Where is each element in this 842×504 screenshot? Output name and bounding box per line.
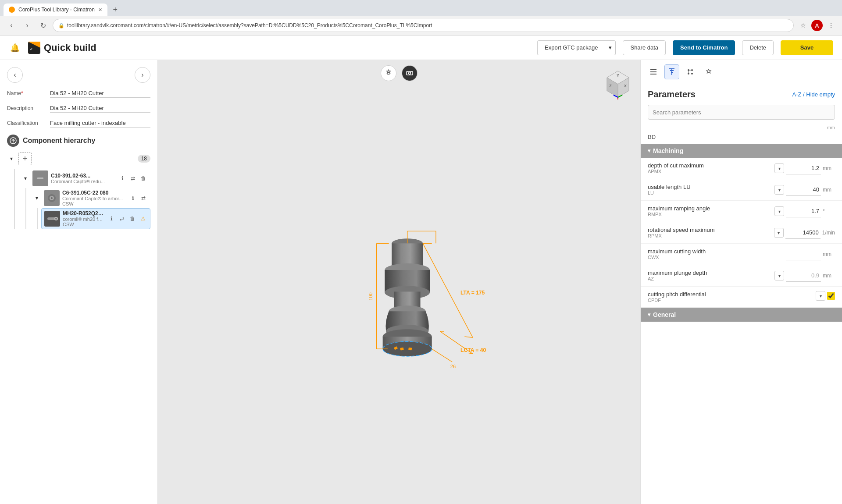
az-link[interactable]: A-Z — [792, 91, 801, 98]
component-delete-button[interactable]: 🗑 — [128, 214, 137, 223]
share-data-button[interactable]: Share data — [623, 40, 666, 55]
param-control: ▾ ° — [774, 205, 835, 217]
settings-params-button[interactable] — [701, 64, 716, 79]
browser-tab[interactable]: CoroPlus Tool Library - Cimatron ✕ — [4, 4, 107, 16]
param-dropdown-button[interactable]: ▾ — [774, 271, 784, 280]
node-view-button[interactable] — [683, 64, 698, 79]
description-value[interactable]: Dia 52 - MH20 Cutter — [50, 105, 150, 113]
component-warning-button[interactable]: ⚠ — [139, 214, 147, 223]
notification-button[interactable]: 🔔 — [9, 42, 21, 54]
component-info-button[interactable]: ℹ — [107, 214, 116, 223]
hierarchy-collapse-button[interactable]: ▾ — [7, 154, 16, 163]
component-thumbnail — [32, 170, 48, 186]
param-dropdown-button[interactable]: ▾ — [816, 291, 825, 301]
name-value[interactable]: Dia 52 - MH20 Cutter — [50, 90, 150, 98]
menu-button[interactable]: ⋮ — [825, 20, 837, 31]
component-name: MH20-R052Q22... — [63, 210, 104, 217]
next-button[interactable]: › — [135, 67, 150, 83]
export-gtc-button[interactable]: Export GTC package — [537, 40, 605, 55]
bd-row: BD — [641, 132, 842, 142]
classification-field-row: Classification Face milling cutter - ind… — [7, 120, 150, 128]
params-sort-options: A-Z / Hide empty — [792, 91, 835, 98]
classification-label: Classification — [7, 120, 46, 126]
param-dropdown-button[interactable]: ▾ — [774, 206, 784, 216]
component-item: ▾ C6-391.05C-22 080 Coromant Capto® to a… — [25, 188, 150, 229]
component-name: C6-391.05C-22 080 — [62, 190, 126, 196]
browser-chrome: CoroPlus Tool Library - Cimatron ✕ + ‹ ›… — [0, 0, 842, 35]
hide-empty-link[interactable]: Hide empty — [806, 91, 835, 98]
svg-rect-62 — [650, 71, 656, 72]
machining-label: Machining — [653, 147, 683, 154]
classification-value[interactable]: Face milling cutter - indexable — [50, 120, 150, 128]
svg-text:Z: Z — [609, 84, 612, 88]
svg-point-70 — [688, 73, 689, 75]
profile-button[interactable]: A — [811, 20, 823, 31]
search-input[interactable] — [648, 105, 835, 120]
param-value-input[interactable] — [786, 162, 821, 174]
url-text: toollibrary.sandvik.coromant.com/cimatro… — [67, 22, 788, 28]
component-row[interactable]: ▾ C6-391.05C-22 080 Coromant Capto® to a… — [30, 188, 150, 208]
view-tool-button[interactable] — [402, 65, 417, 81]
forward-button[interactable]: › — [21, 19, 33, 32]
address-box[interactable]: 🔒 toollibrary.sandvik.coromant.com/cimat… — [53, 19, 794, 32]
param-value-input[interactable] — [786, 270, 821, 282]
param-name: maximum cutting width — [648, 248, 782, 255]
param-row: maximum cutting width CWX mm — [641, 244, 842, 265]
svg-point-71 — [691, 73, 693, 75]
svg-rect-63 — [650, 74, 656, 75]
param-dropdown-button[interactable]: ▾ — [774, 163, 784, 173]
component-row[interactable]: ▾ C10-391.02-63... Coromant Capto® redu.… — [18, 169, 150, 188]
settings-tool-button[interactable] — [381, 65, 396, 81]
param-control: ▾ 1/min — [774, 227, 835, 239]
param-name: cutting pitch differential — [648, 291, 812, 298]
prev-button[interactable]: ‹ — [7, 67, 23, 83]
tab-bar: CoroPlus Tool Library - Cimatron ✕ + — [0, 0, 842, 16]
save-button[interactable]: Save — [781, 40, 833, 55]
add-component-button[interactable]: + — [18, 152, 32, 165]
component-expand-button[interactable]: ▾ — [32, 194, 41, 202]
component-count: 18 — [138, 155, 150, 163]
param-label-col: rotational speed maximum RPMX — [648, 227, 771, 238]
svg-text:LTA = 175: LTA = 175 — [460, 290, 485, 296]
app-title: Quick build — [44, 42, 96, 53]
back-button[interactable]: ‹ — [5, 19, 18, 32]
svg-point-0 — [10, 7, 14, 12]
tab-title: CoroPlus Tool Library - Cimatron — [18, 7, 95, 13]
component-item: ▾ C10-391.02-63... Coromant Capto® redu.… — [14, 169, 150, 229]
bookmark-button[interactable]: ☆ — [797, 20, 809, 31]
component-info-button[interactable]: ℹ — [118, 174, 127, 183]
param-name: depth of cut maximum — [648, 162, 771, 169]
component-info-button[interactable]: ℹ — [128, 194, 137, 202]
tab-favicon — [9, 7, 15, 13]
param-checkbox-input[interactable] — [827, 292, 835, 300]
param-dropdown-button[interactable]: ▾ — [774, 185, 784, 195]
export-dropdown-button[interactable]: ▾ — [605, 40, 616, 55]
component-expand-button[interactable]: ▾ — [21, 174, 30, 183]
param-value-input[interactable] — [786, 248, 821, 260]
machining-chevron: ▾ — [648, 148, 650, 154]
new-tab-button[interactable]: + — [109, 4, 121, 16]
params-filter-button[interactable] — [664, 64, 679, 79]
param-value-input[interactable] — [786, 184, 821, 196]
send-to-cimatron-button[interactable]: Send to Cimatron — [673, 40, 735, 55]
component-delete-button[interactable]: 🗑 — [139, 174, 148, 183]
tab-close-button[interactable]: ✕ — [98, 7, 102, 13]
xyz-cube: Y X Z — [603, 69, 633, 99]
svg-point-15 — [409, 72, 411, 75]
general-chevron: ▾ — [648, 312, 650, 318]
param-control: mm — [786, 248, 835, 260]
component-row-selected[interactable]: MH20-R052Q22... coromil® mh20 face mill.… — [41, 208, 150, 229]
reload-button[interactable]: ↻ — [37, 19, 49, 32]
address-bar-row: ‹ › ↻ 🔒 toollibrary.sandvik.coromant.com… — [0, 16, 842, 35]
param-value-input[interactable] — [785, 227, 821, 239]
component-swap-button[interactable]: ⇄ — [139, 194, 148, 202]
delete-button[interactable]: Delete — [742, 40, 774, 55]
general-section-header[interactable]: ▾ General — [641, 308, 842, 322]
component-swap-button[interactable]: ⇄ — [118, 214, 126, 223]
list-view-button[interactable] — [646, 64, 661, 79]
param-dropdown-button[interactable]: ▾ — [774, 228, 784, 238]
param-unit: mm — [823, 165, 835, 171]
param-value-input[interactable] — [786, 205, 821, 217]
component-swap-button[interactable]: ⇄ — [128, 174, 137, 183]
machining-section-header[interactable]: ▾ Machining — [641, 144, 842, 158]
